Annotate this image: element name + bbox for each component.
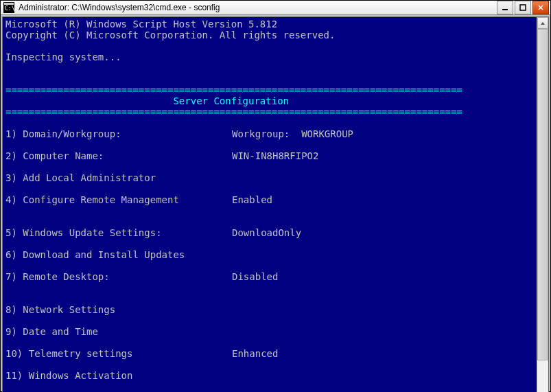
menu-item-6: 6) Download and Install Updates xyxy=(5,249,534,260)
console-output[interactable]: Microsoft (R) Windows Script Host Versio… xyxy=(3,17,537,392)
menu-item-2: 2) Computer Name:WIN-IN8H8RFIPO2 xyxy=(5,150,534,161)
window-title: Administrator: C:\Windows\system32\cmd.e… xyxy=(19,3,497,12)
divider-bottom: ========================================… xyxy=(5,106,462,117)
section-title: Server Configuration xyxy=(5,95,289,106)
scroll-up-button[interactable] xyxy=(537,17,548,29)
window-controls xyxy=(497,1,549,14)
menu-item-9: 9) Date and Time xyxy=(5,326,534,337)
menu-item-4: 4) Configure Remote ManagementEnabled xyxy=(5,194,534,205)
maximize-button[interactable] xyxy=(515,1,531,14)
svg-text:C:\: C:\ xyxy=(5,5,14,12)
scroll-thumb[interactable] xyxy=(537,29,548,360)
cmd-window: C:\ Administrator: C:\Windows\system32\c… xyxy=(0,0,551,392)
menu-item-3: 3) Add Local Administrator xyxy=(5,172,534,183)
svg-rect-1 xyxy=(4,3,14,5)
header-line1: Microsoft (R) Windows Script Host Versio… xyxy=(5,19,277,30)
svg-rect-3 xyxy=(502,9,508,10)
divider-top: ========================================… xyxy=(5,84,462,95)
vertical-scrollbar[interactable] xyxy=(537,17,548,392)
minimize-button[interactable] xyxy=(497,1,513,14)
menu-item-1: 1) Domain/Workgroup:Workgroup: WORKGROUP xyxy=(5,128,534,139)
inspecting-line: Inspecting system... xyxy=(5,51,121,62)
header-line2: Copyright (C) Microsoft Corporation. All… xyxy=(5,30,335,41)
client-area: Microsoft (R) Windows Script Host Versio… xyxy=(2,16,549,392)
titlebar[interactable]: C:\ Administrator: C:\Windows\system32\c… xyxy=(1,1,550,15)
close-button[interactable] xyxy=(532,1,549,14)
menu-item-7: 7) Remote Desktop:Disabled xyxy=(5,271,534,282)
menu-item-10: 10) Telemetry settingsEnhanced xyxy=(5,348,534,359)
menu-item-8: 8) Network Settings xyxy=(5,304,534,315)
menu-item-11: 11) Windows Activation xyxy=(5,370,534,381)
menu-item-5: 5) Windows Update Settings:DownloadOnly xyxy=(5,227,534,238)
cmd-icon: C:\ xyxy=(3,2,14,13)
svg-rect-4 xyxy=(520,5,526,10)
scroll-track[interactable] xyxy=(537,29,548,392)
